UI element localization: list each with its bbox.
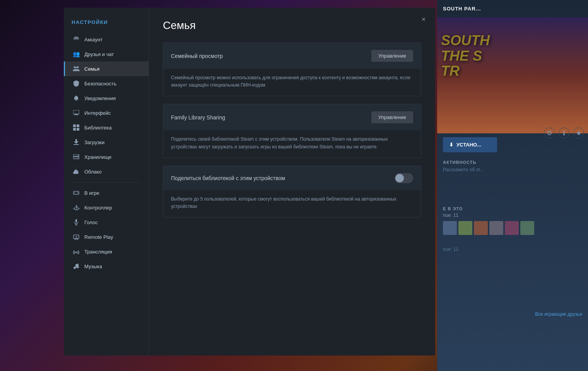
install-label: УСТАНО... [456,142,481,148]
sidebar-item-label: Контроллер [84,205,112,211]
family-sharing-header: Family Library Sharing Управление [163,104,421,130]
settings-dialog: НАСТРОЙКИ Аккаунт 👥 Друзья и чат Семья [64,8,435,356]
download-icon: ⬇ [449,142,453,148]
sidebar-item-controller[interactable]: 🕹 Контроллер [64,200,149,215]
activity-input-area[interactable] [443,175,582,199]
activity-title: АКТИВНОСТЬ [443,160,582,165]
sidebar-item-label: Трансляция [84,249,112,255]
sidebar-item-label: В игре [84,190,99,196]
monitor-icon [73,109,80,116]
bell-icon [73,95,80,102]
family-sharing-section: Family Library Sharing Управление Подели… [163,104,421,158]
sidebar-item-friends[interactable]: 👥 Друзья и чат [64,47,149,61]
share-library-description: Выберите до 5 пользователей, которые смо… [171,196,413,210]
sidebar-item-downloads[interactable]: Загрузки [64,135,149,150]
all-playing-friends[interactable]: Все играющие друзья [535,311,582,317]
family-view-body: Семейный просмотр можно использовать для… [163,69,421,96]
sidebar-item-label: Семья [84,66,99,72]
sidebar-item-security[interactable]: Безопасность [64,76,149,91]
sidebar-item-label: Безопасность [84,81,116,87]
friends-avatars [443,221,582,235]
svg-point-24 [74,267,76,269]
account-icon [73,36,80,43]
family-view-manage-button[interactable]: Управление [371,50,413,62]
right-panel-title: SOUTH PAR... [437,0,588,17]
sidebar-item-label: Музыка [84,264,102,269]
family-sharing-label: Family Library Sharing [171,114,225,121]
sidebar-item-label: Друзья и чат [84,51,114,57]
controller-ingame-icon [73,189,80,196]
svg-point-14 [78,155,79,156]
action-icons: ⚙ ℹ ★ [544,128,584,138]
sidebar-item-cloud[interactable]: Облако [64,164,149,179]
storage-icon [73,153,80,160]
shield-icon [73,80,80,87]
game-desc-text: nue: 11 [443,247,458,252]
game-description-blurb: nue: 11 [437,239,588,260]
sidebar-item-label: Интерфейс [84,110,111,116]
sidebar-item-label: Облако [84,169,102,175]
sidebar-item-account[interactable]: Аккаунт [64,32,149,47]
remoteplay-icon [73,233,80,240]
sidebar-item-broadcast[interactable]: Трансляция [64,244,149,259]
svg-rect-1 [74,38,79,39]
avatar [458,221,472,235]
sidebar-item-remoteplay[interactable]: Remote Play [64,230,149,244]
sidebar-item-label: Библиотека [84,125,112,131]
svg-point-23 [75,252,77,253]
music-icon [73,263,80,270]
family-sharing-body: Поделитесь своей библиотекой Steam с эти… [163,130,421,157]
sidebar-item-library[interactable]: Библиотека [64,120,149,135]
sidebar-item-storage[interactable]: Хранилище [64,150,149,164]
sidebar-item-label: Уведомления [84,95,116,101]
sidebar-item-family[interactable]: Семья [64,61,149,76]
sidebar-item-voice[interactable]: Голос [64,215,149,230]
share-library-toggle[interactable] [395,173,413,183]
svg-point-3 [74,66,76,68]
toggle-knob [395,174,404,182]
cloud-icon [73,168,80,175]
sidebar-item-ingame[interactable]: В игре [64,186,149,200]
svg-point-18 [78,193,79,194]
share-library-label: Поделиться библиотекой с этим устройство… [171,175,285,181]
svg-point-17 [77,192,78,193]
svg-rect-11 [74,144,79,145]
sidebar-item-music[interactable]: Музыка [64,259,149,274]
download-icon [73,139,80,146]
avatar [489,221,503,235]
family-view-description: Семейный просмотр можно использовать для… [171,74,413,89]
activity-placeholder: Расскажите об эт... [443,167,582,172]
svg-point-4 [77,66,79,68]
svg-rect-8 [77,124,79,127]
svg-rect-0 [74,37,78,37]
svg-rect-2 [74,39,79,39]
close-button[interactable]: × [418,14,429,25]
settings-icon[interactable]: ⚙ [544,128,555,138]
family-view-header: Семейный просмотр Управление [163,43,421,69]
sidebar-item-label: Загрузки [84,140,104,145]
star-icon[interactable]: ★ [573,128,584,138]
main-content: × Семья Семейный просмотр Управление Сем… [149,8,435,356]
svg-rect-6 [73,110,79,114]
svg-rect-19 [75,219,77,223]
sidebar-item-label: Аккаунт [84,37,103,43]
sidebar-title: НАСТРОЙКИ [64,19,149,32]
family-view-section: Семейный просмотр Управление Семейный пр… [163,43,421,96]
avatar [505,221,519,235]
sidebar-item-notifications[interactable]: Уведомления [64,91,149,106]
sidebar-item-interface[interactable]: Интерфейс [64,106,149,120]
family-sharing-manage-button[interactable]: Управление [371,111,413,123]
content-title: Е В ЭТО [443,206,582,211]
friends-icon: 👥 [73,51,80,58]
gamepad-icon: 🕹 [73,204,80,211]
svg-rect-9 [73,128,76,131]
info-icon[interactable]: ℹ [559,128,569,138]
svg-point-5 [75,67,77,68]
sidebar-item-label: Голос [84,220,98,225]
family-view-label: Семейный просмотр [171,53,223,59]
sidebar: НАСТРОЙКИ Аккаунт 👥 Друзья и чат Семья [64,8,149,356]
avatar [443,221,457,235]
broadcast-icon [73,248,80,255]
install-button[interactable]: ⬇ УСТАНО... [443,137,497,152]
family-sharing-description: Поделитесь своей библиотекой Steam с эти… [171,136,413,150]
